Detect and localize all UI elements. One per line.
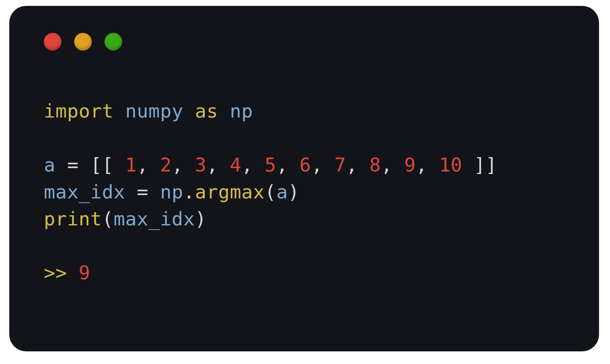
rparen: )	[288, 181, 300, 203]
num-10: 10	[439, 154, 462, 176]
terminal-window: import numpy as np a = [[ 1, 2, 3, 4, 5,…	[9, 6, 599, 351]
arg-a: a	[276, 181, 288, 203]
code-line-output: >> 9	[44, 262, 90, 284]
equals-sign: =	[67, 154, 79, 176]
sep: ,	[346, 154, 369, 176]
keyword-import: import	[44, 100, 114, 122]
close-window-button[interactable]	[44, 33, 62, 51]
lparen: (	[102, 208, 114, 230]
list-open: [[	[90, 154, 125, 176]
var-a: a	[44, 154, 56, 176]
obj-np: np	[160, 181, 183, 203]
rparen: )	[195, 208, 207, 230]
sep: ,	[416, 154, 439, 176]
sep: ,	[381, 154, 404, 176]
output-prompt: >>	[44, 262, 67, 284]
output-space	[67, 262, 79, 284]
sep: ,	[206, 154, 230, 176]
num-3: 3	[195, 154, 207, 176]
num-9: 9	[404, 154, 416, 176]
code-line-5: print(max_idx)	[44, 208, 206, 230]
dot: .	[183, 181, 195, 203]
sep: ,	[172, 154, 195, 176]
minimize-window-button[interactable]	[74, 33, 92, 51]
code-line-4: max_idx = np.argmax(a)	[44, 181, 300, 203]
fn-argmax: argmax	[195, 181, 265, 203]
code-block: import numpy as np a = [[ 1, 2, 3, 4, 5,…	[44, 98, 574, 286]
code-line-3: a = [[ 1, 2, 3, 4, 5, 6, 7, 8, 9, 10 ]]	[44, 154, 497, 176]
num-7: 7	[334, 154, 346, 176]
module-numpy: numpy	[125, 100, 183, 122]
sep: ,	[311, 154, 334, 176]
sep: ,	[276, 154, 300, 176]
lparen: (	[265, 181, 276, 203]
num-1: 1	[125, 154, 137, 176]
code-line-1: import numpy as np	[44, 100, 253, 122]
keyword-as: as	[195, 100, 218, 122]
output-result: 9	[79, 262, 91, 284]
num-2: 2	[160, 154, 172, 176]
maximize-window-button[interactable]	[104, 33, 122, 51]
var-max-idx: max_idx	[44, 181, 125, 203]
num-5: 5	[265, 154, 276, 176]
equals-sign: =	[137, 181, 149, 203]
num-8: 8	[369, 154, 381, 176]
num-6: 6	[300, 154, 311, 176]
arg-max-idx: max_idx	[114, 208, 195, 230]
list-close: ]]	[462, 154, 497, 176]
sep: ,	[137, 154, 160, 176]
sep: ,	[241, 154, 265, 176]
fn-print: print	[44, 208, 102, 230]
window-traffic-lights	[44, 33, 122, 51]
num-4: 4	[230, 154, 242, 176]
alias-np: np	[230, 100, 253, 122]
